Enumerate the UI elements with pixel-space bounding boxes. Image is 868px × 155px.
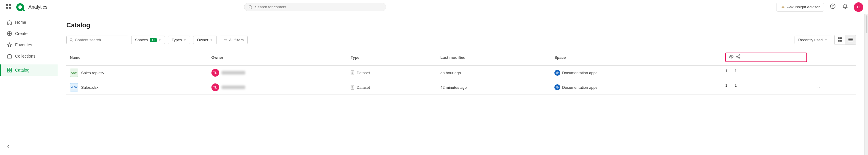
last-modified-cell: an hour ago bbox=[437, 65, 551, 80]
svg-point-32 bbox=[739, 55, 740, 56]
more-options-button-row1[interactable]: ··· bbox=[814, 70, 820, 76]
svg-rect-28 bbox=[848, 38, 852, 38]
grid-view-button[interactable] bbox=[835, 35, 845, 45]
stats-cell: 1 1 bbox=[722, 80, 810, 91]
sidebar-item-favorites[interactable]: Favorites bbox=[0, 39, 58, 50]
svg-point-33 bbox=[737, 56, 738, 57]
grid-menu-button[interactable] bbox=[5, 2, 12, 11]
svg-line-6 bbox=[22, 9, 25, 11]
search-icon bbox=[248, 5, 252, 9]
insight-advisor-button[interactable]: Ask Insight Advisor bbox=[776, 3, 824, 11]
space-cell: Documentation apps bbox=[551, 80, 722, 95]
collapse-icon bbox=[6, 144, 11, 149]
view-toggle bbox=[834, 35, 856, 45]
list-view-button[interactable] bbox=[845, 35, 856, 45]
sidebar-item-catalog[interactable]: Catalog bbox=[0, 64, 58, 76]
stats-cell: 1 1 bbox=[722, 66, 810, 76]
last-modified-cell: 42 minutes ago bbox=[437, 80, 551, 95]
sidebar-divider bbox=[0, 63, 58, 63]
svg-rect-27 bbox=[840, 40, 842, 42]
page-title: Catalog bbox=[66, 21, 856, 29]
svg-text:?: ? bbox=[832, 4, 834, 8]
sparkle-icon bbox=[781, 5, 785, 9]
user-avatar[interactable]: TL bbox=[854, 2, 863, 12]
svg-rect-0 bbox=[6, 4, 8, 6]
sidebar-item-collections[interactable]: Collections bbox=[0, 50, 58, 62]
csv-file-icon: CSV bbox=[70, 69, 78, 77]
svg-rect-2 bbox=[6, 7, 8, 9]
svg-rect-1 bbox=[9, 4, 11, 6]
views-column-icon[interactable] bbox=[729, 54, 734, 60]
eye-icon bbox=[729, 54, 734, 59]
table-row: CSV Sales rep.csv TL bbox=[66, 65, 856, 80]
owner-cell: TL bbox=[208, 80, 347, 95]
spaces-chevron-icon bbox=[158, 38, 161, 42]
space-logo-icon bbox=[556, 86, 559, 89]
sidebar-item-home[interactable]: Home bbox=[0, 17, 58, 28]
recently-used-button[interactable]: Recently used bbox=[795, 36, 831, 44]
owner-name-blur bbox=[221, 71, 245, 75]
app-container: Analytics Ask Insight Advisor ? bbox=[0, 0, 868, 155]
col-header-last-modified: Last modified bbox=[437, 50, 551, 65]
more-options-cell[interactable]: ··· bbox=[810, 65, 856, 80]
global-search-input[interactable] bbox=[255, 5, 382, 9]
catalog-table: Name Owner Type Last modified Space bbox=[66, 50, 856, 95]
owner-cell: TL bbox=[208, 65, 347, 80]
sidebar: Home Create Favorites bbox=[0, 14, 58, 155]
help-button[interactable]: ? bbox=[829, 2, 837, 11]
grid-view-icon bbox=[837, 37, 842, 42]
type-cell: Dataset bbox=[347, 65, 437, 80]
svg-rect-14 bbox=[7, 55, 11, 58]
owner-avatar: TL bbox=[212, 69, 219, 77]
type-cell: Dataset bbox=[347, 80, 437, 95]
owner-chevron-icon bbox=[210, 38, 213, 42]
star-icon bbox=[7, 42, 12, 48]
svg-line-36 bbox=[738, 57, 739, 58]
col-header-more bbox=[810, 50, 856, 65]
col-header-type: Type bbox=[347, 50, 437, 65]
svg-rect-3 bbox=[9, 7, 11, 9]
space-icon bbox=[554, 84, 560, 90]
file-name-cell: XLSX Sales.xlsx bbox=[66, 80, 208, 95]
types-chevron-icon bbox=[183, 38, 186, 42]
scrollbar[interactable] bbox=[864, 14, 868, 155]
more-options-cell[interactable]: ··· bbox=[810, 80, 856, 95]
svg-rect-16 bbox=[10, 68, 11, 70]
main-content: Catalog Spaces All bbox=[58, 14, 864, 155]
types-filter-button[interactable]: Types bbox=[168, 36, 190, 44]
global-search-bar[interactable] bbox=[244, 3, 386, 11]
xlsx-file-icon: XLSX bbox=[70, 83, 78, 92]
list-view-icon bbox=[848, 37, 853, 42]
col-header-icons bbox=[722, 50, 810, 65]
content-search-input[interactable] bbox=[75, 38, 125, 42]
main-layout: Home Create Favorites bbox=[0, 14, 868, 155]
owner-filter-button[interactable]: Owner bbox=[193, 36, 216, 44]
svg-point-31 bbox=[731, 56, 732, 57]
spaces-filter-button[interactable]: Spaces All bbox=[131, 36, 165, 44]
recently-used-chevron-icon bbox=[825, 38, 828, 42]
notifications-button[interactable] bbox=[841, 2, 849, 11]
top-nav: Analytics Ask Insight Advisor ? bbox=[0, 0, 868, 14]
nav-right-area: Ask Insight Advisor ? TL bbox=[776, 2, 863, 12]
dataset-icon bbox=[351, 70, 355, 75]
sidebar-item-create[interactable]: Create bbox=[0, 28, 58, 39]
scroll-thumb[interactable] bbox=[866, 16, 867, 33]
filter-icon bbox=[224, 38, 228, 42]
svg-rect-26 bbox=[838, 40, 840, 42]
space-icon bbox=[554, 70, 560, 76]
space-cell: Documentation apps bbox=[551, 65, 722, 80]
more-options-button-row2[interactable]: ··· bbox=[814, 84, 820, 91]
table-row: XLSX Sales.xlsx TL bbox=[66, 80, 856, 95]
file-name-cell: CSV Sales rep.csv bbox=[66, 65, 208, 80]
shares-column-icon[interactable] bbox=[736, 54, 741, 60]
all-filters-button[interactable]: All filters bbox=[220, 36, 248, 44]
svg-point-5 bbox=[18, 5, 22, 9]
svg-rect-30 bbox=[848, 41, 852, 42]
svg-rect-24 bbox=[838, 37, 840, 39]
content-search-icon bbox=[70, 38, 73, 42]
content-search-filter[interactable] bbox=[66, 36, 128, 44]
owner-avatar: TL bbox=[212, 83, 219, 91]
svg-line-20 bbox=[72, 41, 73, 41]
sidebar-collapse-button[interactable] bbox=[0, 140, 58, 153]
dataset-icon bbox=[351, 85, 355, 90]
